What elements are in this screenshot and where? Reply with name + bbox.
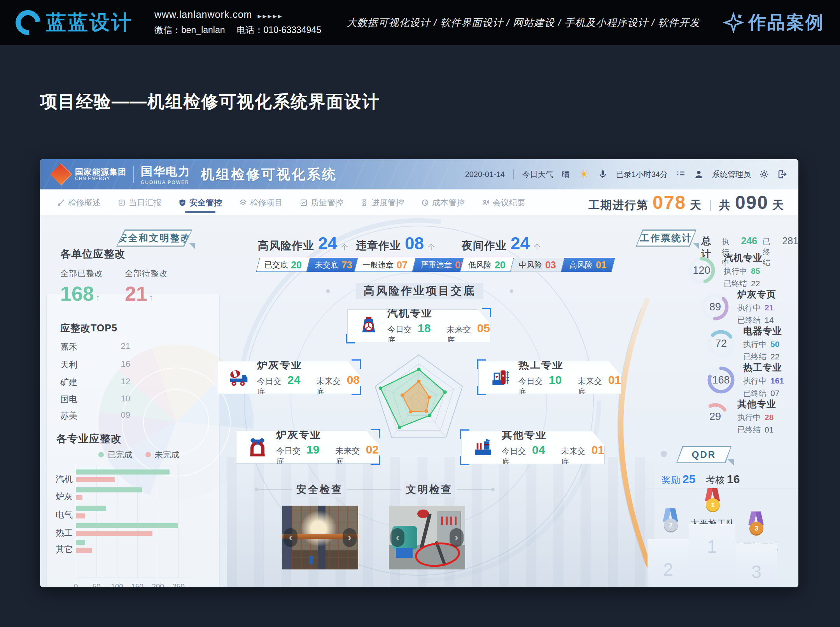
boiler-icon bbox=[489, 367, 511, 389]
podium-step-1: 1 bbox=[689, 524, 735, 587]
brand1-cn: 国家能源集团 bbox=[75, 168, 126, 176]
svg-text:89: 89 bbox=[709, 301, 721, 313]
dashboard-nav: 检修概述 当日汇报 安全管控 检修项目 质量管控 进度管控 成本管控 会议纪要 … bbox=[40, 189, 798, 216]
weather-label: 今日天气 bbox=[522, 169, 553, 180]
tab-daily-report[interactable]: 当日汇报 bbox=[118, 189, 161, 215]
brand-divider bbox=[133, 166, 134, 183]
valve-icon bbox=[247, 436, 268, 458]
ticket-row-other: 29 其他专业 执行中28 已终结01 bbox=[700, 398, 776, 435]
arrows-icon: ▶▶▶▶▶ bbox=[257, 13, 283, 19]
card-ash-specialty[interactable]: 炉灰专业 今日交底24未来交底08 bbox=[217, 361, 360, 394]
bar-chart-title: 各专业应整改 bbox=[56, 432, 122, 446]
duration-current: 078 bbox=[653, 192, 686, 213]
site-services: 大数据可视化设计 / 软件界面设计 / 网站建设 / 手机及小程序设计 / 软件… bbox=[346, 16, 700, 30]
tag-disclosed: 已交底20 bbox=[256, 258, 310, 272]
factory-icon bbox=[472, 437, 494, 459]
carousel-next-button[interactable]: › bbox=[343, 528, 357, 547]
user-icon[interactable] bbox=[694, 170, 704, 179]
tab-rewards[interactable]: 奖励25 bbox=[662, 473, 695, 486]
card-thermal-specialty[interactable]: 热工专业 今日交底10未来交底01 bbox=[478, 361, 621, 394]
svg-text:168: 168 bbox=[712, 374, 730, 386]
units-rectification-title: 各单位应整改 bbox=[60, 247, 126, 261]
top5-row: 矿建12 bbox=[60, 377, 130, 388]
worker-figure bbox=[310, 556, 313, 564]
banner-connector bbox=[347, 489, 402, 490]
disclosure-banner: 高风险作业项目交底 bbox=[356, 283, 483, 299]
stat-violations: 违章作业08个 一般违章07 严重违章01 bbox=[356, 234, 472, 272]
card-corner-accent bbox=[352, 359, 361, 369]
podium-step-3: 3 bbox=[735, 543, 777, 587]
turbine-icon bbox=[358, 315, 380, 337]
system-title: 机组检修可视化系统 bbox=[201, 165, 337, 184]
pump-base bbox=[396, 548, 413, 558]
safety-inspection-photo: ‹ › bbox=[282, 506, 358, 569]
header-divider bbox=[513, 169, 514, 179]
ticket-row-ash: 89 炉灰专页 执行中21 已终结14 bbox=[700, 288, 776, 326]
brand1-en: CHN ENERGY bbox=[75, 176, 126, 181]
site-wechat: 微信：ben_lanlan bbox=[154, 25, 225, 35]
bronze-medal-icon: 3 bbox=[747, 511, 766, 539]
brand-block: 国家能源集团 CHN ENERGY 国华电力 GUOHUA POWER bbox=[51, 164, 191, 185]
card-other-specialty[interactable]: 其他专业 今日交底04未来交底01 bbox=[462, 431, 605, 464]
carousel-prev-button[interactable]: ‹ bbox=[390, 528, 404, 547]
date-label: 2020-01-14 bbox=[465, 170, 505, 179]
project-duration: 工期进行第 078 天 | 共 090 天 bbox=[588, 192, 798, 213]
legend-dot-done bbox=[98, 452, 104, 457]
top5-row: 国电10 bbox=[60, 394, 130, 405]
up-arrow-icon: ↑ bbox=[96, 292, 100, 303]
sparkle-icon bbox=[723, 12, 744, 33]
tab-assessment[interactable]: 考核16 bbox=[706, 473, 740, 486]
tag-low-risk: 低风险20 bbox=[460, 258, 514, 272]
gold-medal-icon: 1 bbox=[704, 488, 722, 515]
tag-mid-risk: 中风险03 bbox=[510, 258, 564, 272]
tab-quality-control[interactable]: 质量管控 bbox=[300, 189, 343, 215]
done-stat: 全部已整改 168↑ bbox=[60, 268, 103, 305]
duration-total: 090 bbox=[735, 192, 768, 213]
dashboard-main: 安全和文明整改 各单位应整改 全部已整改 168↑ 全部待整改 21↑ 应整改T… bbox=[40, 216, 798, 587]
svg-text:29: 29 bbox=[709, 411, 721, 422]
banner-dot bbox=[255, 488, 258, 491]
site-phone: 电话：010-63334945 bbox=[237, 25, 321, 35]
site-url[interactable]: www.lanlanwork.com bbox=[154, 9, 252, 20]
svg-text:72: 72 bbox=[715, 338, 727, 349]
tag-undisclosed: 未交底73 bbox=[306, 258, 360, 272]
card-ash-valve-specialty[interactable]: 炉灰专业 今日交底19未来交底02 bbox=[236, 431, 379, 464]
dashboard-header: 国家能源集团 CHN ENERGY 国华电力 GUOHUA POWER 机组检修… bbox=[40, 159, 798, 189]
carousel-next-button[interactable]: › bbox=[450, 528, 464, 547]
tab-safety-control[interactable]: 安全管控 bbox=[178, 189, 222, 215]
record-duration: 已录1小时34分 bbox=[616, 169, 668, 180]
silver-medal-icon: 2 bbox=[662, 508, 680, 536]
duration-total-prefix: 共 bbox=[719, 198, 731, 213]
civility-inspection-banner: 文明检查 bbox=[404, 482, 454, 497]
carousel-prev-button[interactable]: ‹ bbox=[284, 528, 298, 547]
ticket-row-thermal: 168 热工专业 执行中161 已终结07 bbox=[706, 361, 784, 399]
stat-night-jobs: 夜间作业24个 低风险20 中风险03 高风险01 bbox=[462, 234, 613, 272]
gear-icon[interactable] bbox=[760, 170, 769, 179]
logout-icon[interactable] bbox=[777, 170, 787, 179]
site-header: 蓝蓝设计 www.lanlanwork.com▶▶▶▶▶ 微信：ben_lanl… bbox=[0, 0, 840, 45]
mixer-truck-icon bbox=[228, 367, 249, 389]
portfolio-link[interactable]: 作品案例 bbox=[723, 11, 824, 35]
work-ticket-badge: 工作票统计 bbox=[636, 229, 696, 247]
tab-maintenance-projects[interactable]: 检修项目 bbox=[239, 189, 283, 215]
tab-cost-control[interactable]: 成本管控 bbox=[421, 189, 465, 215]
todo-stat: 全部待整改 21↑ bbox=[125, 268, 168, 305]
top5-row: 天利16 bbox=[60, 359, 130, 371]
tab-progress-control[interactable]: 进度管控 bbox=[360, 189, 404, 215]
tab-overview[interactable]: 检修概述 bbox=[57, 189, 101, 215]
ticket-row-electrical: 72 电器专业 执行中50 已终结22 bbox=[706, 325, 782, 362]
card-corner-accent bbox=[482, 308, 491, 317]
tab-meeting-minutes[interactable]: 会议纪要 bbox=[482, 189, 525, 215]
microphone-icon[interactable] bbox=[598, 170, 607, 179]
banner-dot bbox=[326, 289, 330, 293]
username[interactable]: 系统管理员 bbox=[712, 169, 751, 180]
weather-value: 晴 bbox=[562, 169, 570, 180]
page-title: 项目经验——机组检修可视化系统界面设计 bbox=[40, 90, 380, 113]
banner-connector bbox=[484, 291, 511, 291]
card-turbine-specialty[interactable]: 汽机专业 今日交底18未来交底05 bbox=[347, 309, 490, 342]
up-arrow-icon: ↑ bbox=[149, 292, 154, 303]
civility-inspection-photo: ‹ › bbox=[389, 506, 465, 569]
site-contact-block: www.lanlanwork.com▶▶▶▶▶ 微信：ben_lanlan电话：… bbox=[154, 9, 333, 36]
svg-text:120: 120 bbox=[693, 264, 710, 276]
list-icon[interactable] bbox=[676, 170, 686, 179]
